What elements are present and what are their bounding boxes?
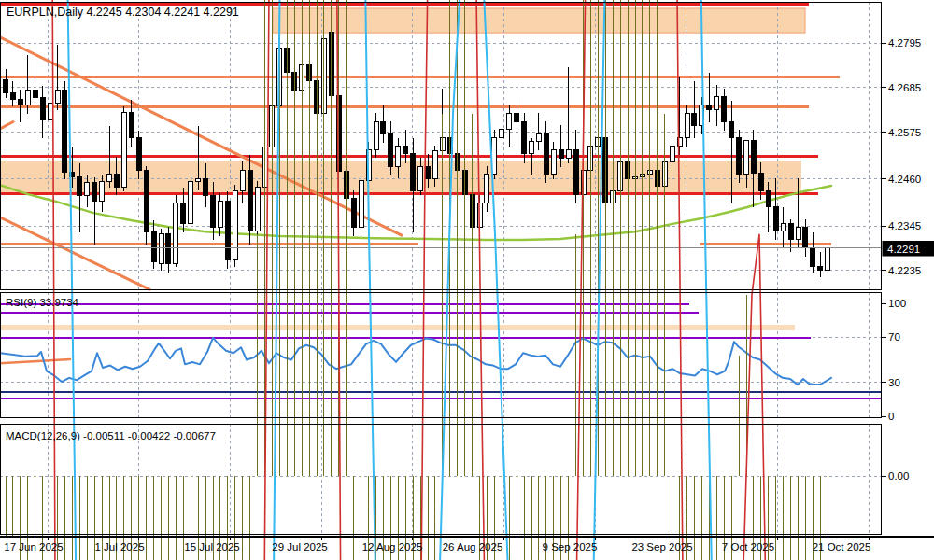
- price-axis-label: 4.2685: [888, 82, 921, 93]
- macd-label: MACD(12,26,9) -0.00511 -0.00422 -0.00677: [6, 430, 216, 441]
- date-axis-label: 17 Jun 2025: [4, 541, 63, 553]
- date-axis-label: 15 Jul 2025: [184, 541, 239, 553]
- rsi-axis-label: 70: [888, 331, 900, 343]
- price-panel[interactable]: [0, 2, 882, 290]
- current-price-value: 4.2291: [887, 244, 920, 255]
- chart-title: EURPLN,Daily 4.2245 4.2304 4.2241 4.2291: [7, 6, 239, 19]
- rsi-label: RSI(9) 33.9734: [6, 297, 79, 308]
- rsi-axis-label: 30: [888, 377, 900, 388]
- trendline: [0, 122, 13, 129]
- rsi-axis-label: 100: [888, 298, 906, 309]
- date-axis-label: 29 Jul 2025: [272, 541, 327, 553]
- resistance-zone: [273, 8, 805, 33]
- current-price-badge: 4.2291: [883, 241, 934, 257]
- price-axis-label: 4.2795: [888, 37, 921, 49]
- date-axis-label: 23 Sep 2025: [631, 541, 692, 553]
- chart-window: 4.27954.26854.25754.24604.23454.22351007…: [0, 0, 934, 560]
- price-axis-label: 4.2460: [888, 174, 921, 185]
- date-axis-label: 9 Sep 2025: [543, 541, 598, 553]
- rsi-zone: [0, 325, 795, 330]
- date-axis-label: 7 Oct 2025: [722, 541, 774, 553]
- trendline: [0, 217, 149, 289]
- date-axis-label: 21 Oct 2025: [813, 541, 871, 553]
- price-axis-label: 4.2345: [888, 220, 921, 231]
- rsi-axis-label: 0: [888, 411, 894, 422]
- macd-axis-label: 0.00: [888, 470, 909, 482]
- price-axis-label: 4.2575: [888, 127, 921, 138]
- date-axis-label: 1 Jul 2025: [94, 541, 144, 553]
- rsi-trendline: [0, 359, 70, 363]
- date-axis-label: 26 Aug 2025: [443, 541, 503, 553]
- price-axis-label: 4.2235: [888, 265, 921, 276]
- date-axis-label: 12 Aug 2025: [362, 541, 423, 553]
- trading-chart[interactable]: 4.27954.26854.25754.24604.23454.22351007…: [0, 0, 934, 560]
